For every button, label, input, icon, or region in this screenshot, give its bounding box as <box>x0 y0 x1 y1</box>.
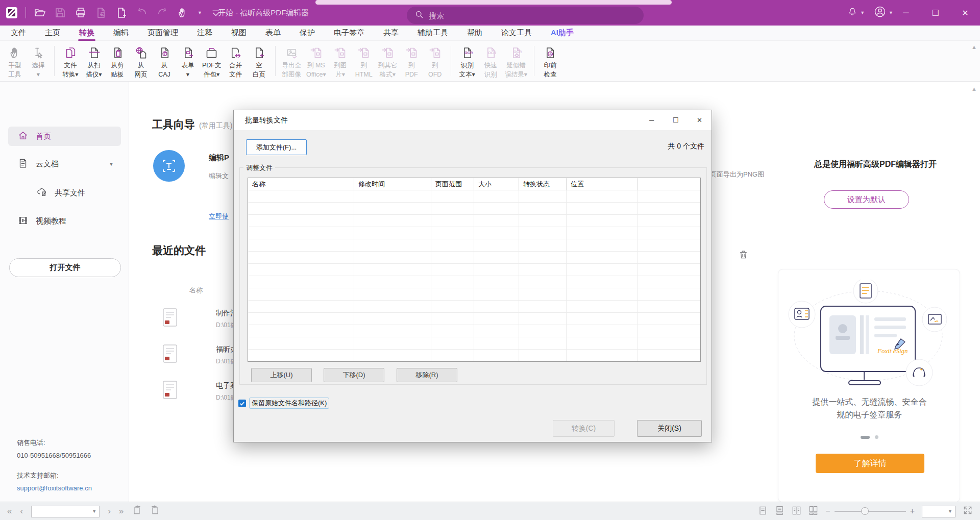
menu-item-0[interactable]: 文件 <box>11 26 26 41</box>
to-pdf-button[interactable]: 到PDF <box>400 41 423 81</box>
print-icon[interactable] <box>74 6 87 19</box>
hand-pointer-icon[interactable] <box>176 6 189 19</box>
remove-button[interactable]: 移除(R) <box>397 368 457 382</box>
from-web-button[interactable]: 从网页 <box>129 41 153 81</box>
pdf-package-button[interactable]: PDF文件包▾ <box>200 41 224 81</box>
prev-page-button[interactable]: ‹ <box>20 506 23 516</box>
dialog-close-icon[interactable]: ✕ <box>688 110 712 130</box>
edit-pdf-feature-icon[interactable] <box>153 150 185 182</box>
chevron-down-icon[interactable]: ▼ <box>109 161 114 167</box>
save-icon[interactable] <box>54 6 67 19</box>
menu-item-13[interactable]: 论文工具 <box>501 26 532 41</box>
preflight-button[interactable]: A印前检查 <box>538 41 562 81</box>
column-header-blank[interactable] <box>638 178 700 190</box>
menu-item-5[interactable]: 注释 <box>197 26 212 41</box>
menu-item-11[interactable]: 辅助工具 <box>418 26 448 41</box>
search-box[interactable] <box>407 7 644 24</box>
window-minimize-button[interactable]: ─ <box>891 0 921 26</box>
menu-item-6[interactable]: 视图 <box>231 26 247 41</box>
add-page-icon[interactable] <box>115 6 128 19</box>
hand-pointer-caret[interactable]: ▼ <box>198 10 202 15</box>
prev-view-icon[interactable] <box>132 505 142 517</box>
to-ms-office-button[interactable]: 到 MSOffice▾ <box>304 41 329 81</box>
panel-scroll-up-icon[interactable]: ▲ <box>971 86 977 92</box>
ocr-quick-button[interactable]: OCR快速识别 <box>479 41 502 81</box>
menu-item-1[interactable]: 主页 <box>45 26 60 41</box>
window-close-button[interactable]: ✕ <box>950 0 980 26</box>
zoom-slider-handle[interactable] <box>861 507 869 515</box>
sidebar-item-shared-files[interactable]: 共享文件 <box>8 183 121 203</box>
column-header-转换状态[interactable]: 转换状态 <box>519 178 567 190</box>
zoom-in-button[interactable]: + <box>910 507 915 516</box>
add-files-button[interactable]: 添加文件(F)... <box>246 139 307 155</box>
convert-button[interactable]: 转换(C) <box>553 420 615 437</box>
bell-icon[interactable] <box>847 7 857 19</box>
fullscreen-icon[interactable] <box>963 505 973 517</box>
avatar-icon[interactable] <box>874 6 886 20</box>
search-input[interactable] <box>429 11 623 20</box>
use-now-link[interactable]: 立即使 <box>209 212 229 221</box>
export-page-icon[interactable] <box>94 6 108 19</box>
menu-item-3[interactable]: 编辑 <box>113 26 129 41</box>
zoom-slider-track[interactable] <box>835 511 906 512</box>
blank-page-button[interactable]: 空白页 <box>248 41 271 81</box>
next-view-icon[interactable] <box>150 505 160 517</box>
carousel-dot[interactable] <box>875 435 878 439</box>
hand-tool-button[interactable]: 手型工具 <box>3 41 27 81</box>
menu-item-10[interactable]: 共享 <box>383 26 399 41</box>
menu-item-8[interactable]: 保护 <box>300 26 315 41</box>
open-file-button[interactable]: 打开文件 <box>9 258 121 277</box>
dialog-maximize-button[interactable]: ☐ <box>664 110 688 130</box>
from-scanner-button[interactable]: 从扫描仪▾ <box>82 41 106 81</box>
support-email-link[interactable]: support@foxitsoftware.cn <box>17 484 92 492</box>
export-all-images-button[interactable]: 导出全部图像 <box>280 41 304 81</box>
scroll-up-icon[interactable]: ▲ <box>971 44 977 50</box>
bell-caret[interactable]: ▼ <box>860 10 865 15</box>
menu-item-12[interactable]: 帮助 <box>467 26 482 41</box>
move-up-button[interactable]: 上移(U) <box>251 368 312 382</box>
ocr-text-button[interactable]: OCR识别文本▾ <box>455 41 479 81</box>
form-button[interactable]: 表单▾ <box>176 41 200 81</box>
window-maximize-button[interactable]: ☐ <box>921 0 950 26</box>
to-other-format-button[interactable]: 到其它格式▾ <box>376 41 400 81</box>
move-down-button[interactable]: 下移(D) <box>324 368 384 382</box>
learn-more-button[interactable]: 了解详情 <box>816 454 924 473</box>
dialog-titlebar[interactable]: 批量转换文件 ─ ☐ ✕ <box>234 110 712 130</box>
menu-item-14[interactable]: AI助手 <box>551 26 574 41</box>
column-header-修改时间[interactable]: 修改时间 <box>354 178 431 190</box>
file-convert-button[interactable]: 文件转换▾ <box>59 41 82 81</box>
set-default-button[interactable]: 设置为默认 <box>824 190 909 209</box>
first-page-button[interactable]: « <box>7 506 12 516</box>
menu-item-4[interactable]: 页面管理 <box>148 26 178 41</box>
sidebar-item-video-tutorials[interactable]: 视频教程 <box>8 211 121 231</box>
to-html-button[interactable]: 到HTML <box>352 41 376 81</box>
sidebar-item-cloud-docs[interactable]: 云文档▼ <box>8 154 121 174</box>
column-header-大小[interactable]: 大小 <box>474 178 519 190</box>
dialog-minimize-button[interactable]: ─ <box>640 110 664 130</box>
carousel-dot-active[interactable] <box>861 436 870 439</box>
zoom-level-combobox[interactable]: ▼ <box>922 506 955 517</box>
merge-files-button[interactable]: 合并文件 <box>224 41 248 81</box>
continuous-view-icon[interactable] <box>775 506 785 517</box>
undo-icon[interactable] <box>135 6 149 19</box>
column-header-页面范围[interactable]: 页面范围 <box>431 178 474 190</box>
ocr-suspects-button[interactable]: OCR疑似错误结果▾ <box>502 41 530 81</box>
next-page-button[interactable]: › <box>108 506 111 516</box>
keep-name-path-label[interactable]: 保留原始文件名和路径(K) <box>249 398 329 409</box>
carousel-dots[interactable] <box>778 435 961 439</box>
file-list-table[interactable]: 名称修改时间页面范围大小转换状态位置 <box>248 178 701 362</box>
last-page-button[interactable]: » <box>119 506 124 516</box>
sidebar-item-home[interactable]: 首页 <box>8 127 121 146</box>
to-image-button[interactable]: 到图片▾ <box>329 41 352 81</box>
close-button[interactable]: 关闭(S) <box>637 420 702 437</box>
select-tool-button[interactable]: 选择▾ <box>27 41 50 81</box>
page-number-combobox[interactable]: ▼ <box>31 506 100 517</box>
single-page-view-icon[interactable] <box>758 506 768 517</box>
from-clipboard-button[interactable]: 从剪贴板 <box>106 41 129 81</box>
column-header-位置[interactable]: 位置 <box>567 178 638 190</box>
table-header-row[interactable]: 名称修改时间页面范围大小转换状态位置 <box>248 178 700 190</box>
from-caj-button[interactable]: 从CAJ <box>153 41 176 81</box>
keep-name-path-checkbox[interactable] <box>238 400 246 407</box>
zoom-out-button[interactable]: − <box>825 507 830 516</box>
menu-item-9[interactable]: 电子签章 <box>334 26 364 41</box>
